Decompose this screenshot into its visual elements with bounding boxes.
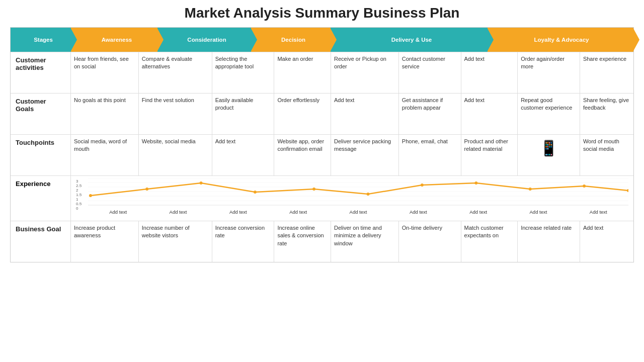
ca-cell-3: Make an order: [274, 52, 331, 93]
ca-cell-8: Share experience: [580, 52, 633, 93]
phone-icon: 📱: [539, 138, 558, 159]
stages-header-row: Stages Awareness Consideration Decision …: [11, 28, 633, 52]
svg-point-13: [421, 184, 424, 187]
y-label-25: 2.5: [76, 184, 86, 188]
cg-cell-0: No goals at this point: [71, 94, 139, 134]
experience-label: Experience: [11, 176, 71, 221]
customer-goals-row: Customer Goals No goals at this point Fi…: [11, 93, 633, 134]
touchpoints-row: Touchpoints Social media, word of mouth …: [11, 134, 633, 175]
cg-cell-3: Order effortlessly: [274, 94, 331, 134]
customer-goals-label: Customer Goals: [11, 94, 71, 134]
tp-cell-1: Website, social media: [139, 135, 212, 175]
y-label-2: 2: [76, 188, 86, 193]
bg-cell-1: Increase number of website vistors: [139, 221, 212, 262]
tp-cell-2: Add text: [212, 135, 275, 175]
tp-cell-0: Social media, word of mouth: [71, 135, 139, 175]
svg-point-14: [474, 182, 477, 185]
ca-cell-2: Selecting the appropriate tool: [212, 52, 275, 93]
bg-cell-0: Increase product awareness: [71, 221, 139, 262]
ca-cell-4: Receive or Pickup on order: [331, 52, 399, 93]
ca-cell-5: Contact customer service: [399, 52, 461, 93]
touchpoints-label: Touchpoints: [11, 135, 71, 175]
cg-cell-5: Get assistance if problem appear: [399, 94, 461, 134]
experience-chart: [88, 178, 628, 206]
y-label-15: 1.5: [76, 193, 86, 197]
tp-cell-4: Deliver service packing message: [331, 135, 399, 175]
tp-cell-6: Product and other related material: [461, 135, 518, 175]
x-label-6: Add text: [448, 209, 508, 215]
y-label-0: 0: [76, 206, 86, 211]
svg-point-8: [145, 188, 148, 191]
cg-cell-2: Easily available product: [212, 94, 275, 134]
y-label-1: 1: [76, 197, 86, 202]
bg-cell-3: Increase online sales & conversion rate: [274, 221, 331, 262]
x-label-2: Add text: [208, 209, 268, 215]
touchpoints-cells: Social media, word of mouth Website, soc…: [71, 135, 633, 175]
cg-cell-6: Add text: [461, 94, 518, 134]
svg-point-15: [529, 188, 532, 191]
x-label-4: Add text: [328, 209, 388, 215]
ca-cell-7: Order again/order more: [518, 52, 580, 93]
svg-point-9: [200, 182, 203, 185]
business-goal-row: Business Goal Increase product awareness…: [11, 221, 633, 262]
stage-consideration: Consideration: [157, 28, 251, 52]
x-label-8: Add text: [569, 209, 628, 215]
stage-delivery: Delivery & Use: [331, 28, 488, 52]
customer-activities-row: Customer activities Hear from friends, s…: [11, 52, 633, 93]
svg-point-7: [89, 194, 92, 197]
x-axis-labels: Add text Add text Add text Add text Add …: [76, 209, 628, 215]
svg-point-10: [254, 191, 257, 194]
bg-cell-5: On-time delivery: [399, 221, 461, 262]
tp-cell-7: 📱: [518, 135, 580, 175]
cg-cell-8: Share feeling, give feedback: [580, 94, 633, 134]
tp-cell-8: Word of mouth social media: [580, 135, 633, 175]
x-label-1: Add text: [148, 209, 208, 215]
tp-cell-3: Website app, order confirmation email: [274, 135, 331, 175]
x-label-5: Add text: [388, 209, 448, 215]
ca-cell-0: Hear from friends, see on social: [71, 52, 139, 93]
svg-point-11: [312, 188, 315, 191]
experience-chart-area: 3 2.5 2 1.5 1 0.5 0: [71, 176, 633, 221]
customer-goals-cells: No goals at this point Find the vest sol…: [71, 94, 633, 134]
x-label-0: Add text: [88, 209, 148, 215]
ca-cell-6: Add text: [461, 52, 518, 93]
svg-point-16: [583, 185, 586, 188]
ca-cell-1: Compare & evaluate alternatives: [139, 52, 212, 93]
stage-awareness: Awareness: [71, 28, 157, 52]
main-table: Stages Awareness Consideration Decision …: [10, 27, 634, 262]
bg-cell-6: Match customer expectants on: [461, 221, 518, 262]
x-label-3: Add text: [268, 209, 328, 215]
bg-cell-8: Add text: [580, 221, 633, 262]
x-label-7: Add text: [508, 209, 568, 215]
svg-point-12: [367, 193, 370, 196]
business-goal-cells: Increase product awareness Increase numb…: [71, 221, 633, 262]
y-label-05: 0.5: [76, 202, 86, 206]
stage-decision: Decision: [251, 28, 331, 52]
y-label-3: 3: [76, 179, 86, 184]
customer-activities-label: Customer activities: [11, 52, 71, 93]
bg-cell-4: Deliver on time and minimize a delivery …: [331, 221, 399, 262]
tp-cell-5: Phone, email, chat: [399, 135, 461, 175]
bg-cell-2: Increase conversion rate: [212, 221, 275, 262]
page-title: Market Analysis Summary Business Plan: [185, 5, 460, 21]
customer-activities-cells: Hear from friends, see on social Compare…: [71, 52, 633, 93]
stage-label: Stages: [11, 28, 71, 52]
stage-loyalty: Loyalty & Advocacy: [488, 28, 633, 52]
cg-cell-7: Repeat good customer experience: [518, 94, 580, 134]
bg-cell-7: Increase related rate: [518, 221, 580, 262]
experience-row: Experience 3 2.5 2 1.5 1 0.5 0: [11, 175, 633, 221]
business-goal-label: Business Goal: [11, 221, 71, 262]
cg-cell-4: Add text: [331, 94, 399, 134]
cg-cell-1: Find the vest solution: [139, 94, 212, 134]
